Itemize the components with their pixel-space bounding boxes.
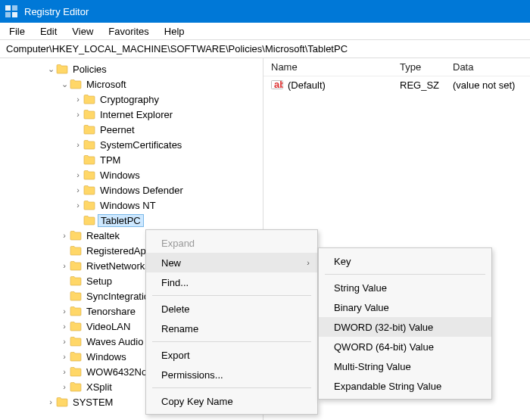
context-menu-item[interactable]: Permissions... <box>146 365 317 384</box>
tree-node-label: Cryptography <box>98 94 161 105</box>
menu-item-label: Permissions... <box>161 369 223 381</box>
tree-node[interactable]: ›Windows NT <box>0 198 263 213</box>
chevron-right-icon[interactable]: › <box>45 397 56 406</box>
folder-icon <box>70 230 82 241</box>
folder-icon <box>83 185 95 195</box>
folder-icon <box>70 366 82 377</box>
submenu-item[interactable]: Key <box>319 251 491 271</box>
chevron-right-icon[interactable]: › <box>59 352 70 361</box>
context-menu-item[interactable]: Export <box>146 345 317 365</box>
chevron-down-icon[interactable]: ⌄ <box>45 64 56 74</box>
menu-item-label: Find... <box>161 277 189 288</box>
tree-node-label: Tenorshare <box>85 306 137 317</box>
tree-node-label: Windows <box>98 170 142 181</box>
context-menu-item: Expand <box>146 233 317 253</box>
folder-icon <box>83 170 95 180</box>
column-name[interactable]: Name <box>263 61 392 73</box>
svg-rect-2 <box>5 12 11 17</box>
tree-node[interactable]: ›Peernet <box>0 122 263 137</box>
tree-node[interactable]: ›TabletPC <box>0 213 263 228</box>
folder-icon <box>83 215 95 226</box>
chevron-right-icon[interactable]: › <box>73 95 83 104</box>
tree-node[interactable]: ›Windows Defender <box>0 182 263 198</box>
menu-view[interactable]: View <box>66 24 99 39</box>
svg-rect-3 <box>12 12 17 17</box>
chevron-right-icon[interactable]: › <box>59 367 70 376</box>
chevron-right-icon[interactable]: › <box>59 322 70 331</box>
menu-item-label: QWORD (64-bit) Value <box>334 341 434 353</box>
chevron-right-icon[interactable]: › <box>59 231 70 240</box>
app-title: Registry Editor <box>24 6 89 17</box>
menu-help[interactable]: Help <box>158 24 191 39</box>
menu-favorites[interactable]: Favorites <box>102 24 154 39</box>
tree-node-label: VideoLAN <box>85 321 132 332</box>
chevron-right-icon[interactable]: › <box>73 185 83 194</box>
chevron-right-icon[interactable]: › <box>59 337 70 346</box>
tree-node[interactable]: ›TPM <box>0 152 263 167</box>
menu-item-label: Key <box>334 256 351 267</box>
menu-item-label: Expand <box>161 238 195 249</box>
value-data: (value not set) <box>445 79 530 91</box>
chevron-right-icon[interactable]: › <box>73 110 83 119</box>
context-menu: ExpandNew›Find...DeleteRenameExportPermi… <box>145 229 318 415</box>
tree-node-label: Setup <box>85 275 114 287</box>
tree-node[interactable]: ⌄Policies <box>0 61 263 76</box>
context-menu-item[interactable]: Rename <box>146 319 317 338</box>
title-bar: Registry Editor <box>0 0 530 23</box>
menu-file[interactable]: File <box>3 24 31 39</box>
chevron-right-icon[interactable]: › <box>73 140 83 149</box>
tree-node[interactable]: ›SystemCertificates <box>0 137 263 152</box>
tree-node[interactable]: ⌄Microsoft <box>0 76 263 92</box>
context-menu-item[interactable]: Find... <box>146 272 317 292</box>
tree-node-label: RegisteredApp <box>85 245 153 257</box>
list-row[interactable]: ab (Default) REG_SZ (value not set) <box>263 76 530 93</box>
tree-node[interactable]: ›Windows <box>0 167 263 182</box>
context-submenu-new: KeyString ValueBinary ValueDWORD (32-bit… <box>318 247 492 400</box>
folder-icon <box>83 154 95 165</box>
svg-rect-1 <box>12 5 17 11</box>
folder-icon <box>56 397 68 407</box>
column-data[interactable]: Data <box>445 61 530 73</box>
address-input[interactable] <box>5 42 525 55</box>
svg-rect-0 <box>5 5 11 11</box>
menu-separator <box>325 274 485 275</box>
menu-item-label: Export <box>161 350 190 361</box>
list-header: Name Type Data <box>263 58 530 76</box>
chevron-right-icon[interactable]: › <box>59 382 70 391</box>
svg-text:ab: ab <box>274 79 283 90</box>
chevron-right-icon[interactable]: › <box>59 306 70 316</box>
context-menu-item[interactable]: Delete <box>146 299 317 319</box>
chevron-down-icon[interactable]: ⌄ <box>59 79 70 89</box>
submenu-item[interactable]: QWORD (64-bit) Value <box>319 337 491 356</box>
menu-item-label: Binary Value <box>334 302 389 313</box>
submenu-item[interactable]: Multi-String Value <box>319 356 491 376</box>
tree-node-label: Peernet <box>98 124 136 135</box>
chevron-right-icon[interactable]: › <box>59 261 70 270</box>
submenu-item[interactable]: DWORD (32-bit) Value <box>319 317 491 337</box>
submenu-item[interactable]: String Value <box>319 278 491 297</box>
submenu-item[interactable]: Binary Value <box>319 297 491 317</box>
chevron-right-icon[interactable]: › <box>73 170 83 179</box>
tree-node[interactable]: ›Internet Explorer <box>0 107 263 122</box>
tree-node-label: TabletPC <box>98 214 144 227</box>
chevron-right-icon[interactable]: › <box>73 201 83 210</box>
tree-node[interactable]: ›Cryptography <box>0 92 263 107</box>
folder-icon <box>70 336 82 347</box>
menu-edit[interactable]: Edit <box>34 24 63 39</box>
menu-item-label: String Value <box>334 282 387 294</box>
menu-item-label: Delete <box>161 303 190 315</box>
folder-icon <box>70 306 82 316</box>
folder-icon <box>83 124 95 135</box>
folder-icon <box>70 245 82 256</box>
submenu-item[interactable]: Expandable String Value <box>319 376 491 396</box>
tree-node-label: RivetNetworks <box>85 260 151 272</box>
context-menu-item[interactable]: New› <box>146 253 317 272</box>
column-type[interactable]: Type <box>392 61 445 73</box>
address-bar <box>0 40 530 58</box>
folder-icon <box>83 200 95 210</box>
tree-node-label: Policies <box>71 64 108 75</box>
context-menu-item[interactable]: Copy Key Name <box>146 391 317 411</box>
tree-node-label: Windows <box>85 351 128 362</box>
folder-icon <box>83 109 95 120</box>
menu-bar: File Edit View Favorites Help <box>0 23 530 40</box>
